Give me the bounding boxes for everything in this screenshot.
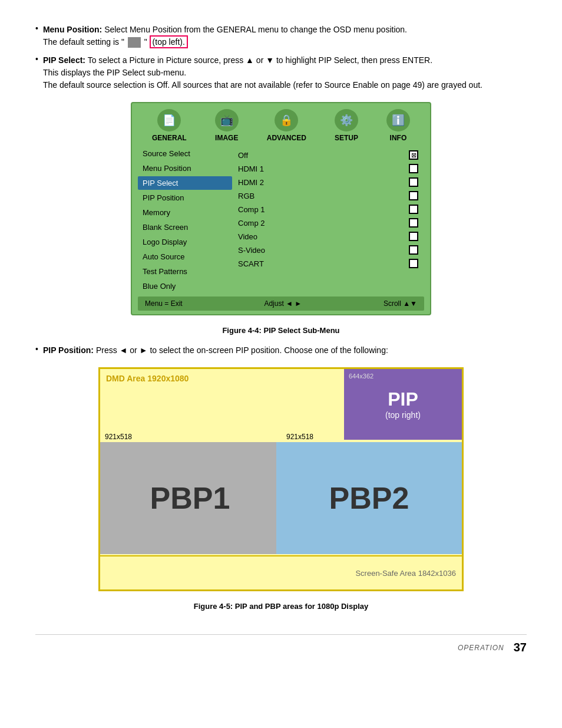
osd-tab-setup-label: SETUP	[335, 134, 358, 142]
pbp1-dim-left: 921x518	[105, 433, 132, 441]
osd-item-blue-only: Blue Only	[138, 279, 232, 293]
menu-position-bullet: • Menu Position: Select Menu Position fr…	[35, 24, 527, 48]
operation-label: OPERATION	[458, 644, 504, 652]
osd-checkbox-rgb	[409, 191, 418, 200]
osd-footer: Menu = Exit Adjust ◄ ► Scroll ▲▼	[138, 297, 424, 311]
menu-position-label: Menu Position:	[43, 25, 102, 34]
osd-tab-general-label: GENERAL	[152, 134, 187, 142]
bullet-dot-2: •	[35, 54, 38, 91]
osd-tab-info-label: INFO	[390, 134, 407, 142]
menu-icon-placeholder	[128, 37, 141, 48]
osd-checkbox-hdmi2	[409, 177, 418, 187]
osd-sub-hdmi2: HDMI 2	[238, 176, 418, 188]
figure-caption-1: Figure 4-4: PIP Select Sub-Menu	[35, 326, 527, 335]
bullet-dot-3: •	[35, 344, 38, 357]
menu-position-default-text: The default setting is "	[43, 37, 124, 47]
osd-item-memory: Memory	[138, 206, 232, 219]
osd-checkbox-svideo	[409, 245, 418, 255]
osd-submenu: Off ⊠ HDMI 1 HDMI 2 RGB Comp 1 Comp 2	[232, 147, 424, 293]
osd-item-pip-select: PIP Select	[138, 176, 232, 190]
osd-item-source-select: Source Select	[138, 147, 232, 160]
osd-checkbox-comp2	[409, 218, 418, 228]
osd-tabs: 📄 GENERAL 📺 IMAGE 🔒 ADVANCED ⚙️ SETUP ℹ️…	[138, 109, 424, 142]
osd-tab-image: 📺 IMAGE	[215, 109, 239, 142]
osd-sub-hdmi1: HDMI 1	[238, 163, 418, 174]
osd-footer-center: Adjust ◄ ►	[264, 299, 302, 308]
pip-safe-area: Screen-Safe Area 1842x1036	[100, 555, 462, 589]
pip-top-right-box: 644x362 PIP (top right)	[344, 369, 462, 440]
pip-select-line2: This displays the PIP Select sub-menu.	[43, 68, 186, 77]
osd-sub-svideo-label: S-Video	[238, 246, 265, 255]
pbp1-label: PBP1	[150, 480, 230, 516]
pip-text: PIP	[388, 389, 418, 410]
pip-select-label: PIP Select:	[43, 55, 85, 65]
osd-sub-rgb: RGB	[238, 190, 418, 202]
bullet-dot-1: •	[35, 24, 38, 48]
osd-menu-left: Source Select Menu Position PIP Select P…	[138, 147, 232, 293]
osd-item-blank-screen: Blank Screen	[138, 220, 232, 234]
osd-tab-info: ℹ️ INFO	[386, 109, 410, 142]
osd-body: Source Select Menu Position PIP Select P…	[138, 147, 424, 293]
osd-item-test-patterns: Test Patterns	[138, 265, 232, 278]
advanced-icon: 🔒	[275, 109, 298, 131]
osd-sub-comp2-label: Comp 2	[238, 219, 265, 228]
osd-footer-left: Menu = Exit	[145, 299, 183, 308]
osd-sub-scart-label: SCART	[238, 259, 264, 268]
osd-sub-hdmi2-label: HDMI 2	[238, 178, 264, 187]
pip-position-label: PIP Position:	[43, 345, 94, 355]
osd-checkbox-hdmi1	[409, 164, 418, 173]
osd-sub-off-label: Off	[238, 151, 248, 160]
pip-position-content: PIP Position: Press ◄ or ► to select the…	[43, 344, 527, 357]
osd-checkbox-comp1	[409, 205, 418, 214]
pip-safe-label: Screen-Safe Area 1842x1036	[355, 569, 456, 578]
pip-position-text: Press ◄ or ► to select the on-screen PIP…	[96, 345, 388, 355]
figure-caption-2: Figure 4-5: PIP and PBP areas for 1080p …	[35, 602, 527, 611]
dmd-area-label: DMD Area 1920x1080	[106, 374, 189, 383]
page-number: 37	[514, 641, 527, 654]
osd-tab-advanced: 🔒 ADVANCED	[267, 109, 306, 142]
menu-position-highlight: " (top left).	[144, 35, 188, 48]
menu-position-section: • Menu Position: Select Menu Position fr…	[35, 24, 527, 91]
osd-tab-advanced-label: ADVANCED	[267, 134, 306, 142]
menu-position-content: Menu Position: Select Menu Position from…	[43, 24, 527, 48]
osd-sub-scart: SCART	[238, 258, 418, 269]
osd-sub-comp1: Comp 1	[238, 203, 418, 215]
osd-tab-image-label: IMAGE	[215, 134, 238, 142]
osd-checkbox-video	[409, 232, 418, 241]
osd-item-auto-source: Auto Source	[138, 250, 232, 263]
pip-sub-text: (top right)	[385, 410, 421, 420]
pbp2-label: PBP2	[329, 480, 409, 516]
info-icon: ℹ️	[386, 109, 410, 131]
menu-position-text: Select Menu Position from the GENERAL me…	[104, 25, 407, 34]
top-left-highlight: (top left).	[150, 35, 188, 48]
osd-sub-comp2: Comp 2	[238, 217, 418, 229]
osd-tab-general: 📄 GENERAL	[152, 109, 187, 142]
osd-sub-video-label: Video	[238, 232, 257, 241]
osd-checkbox-scart	[409, 259, 418, 268]
pip-select-content: PIP Select: To select a Picture in Pictu…	[43, 54, 527, 91]
osd-menu-diagram: 📄 GENERAL 📺 IMAGE 🔒 ADVANCED ⚙️ SETUP ℹ️…	[131, 102, 431, 315]
osd-footer-right: Scroll ▲▼	[384, 299, 417, 308]
pip-select-line3: The default source selection is Off. All…	[43, 80, 482, 90]
pip-diagram: DMD Area 1920x1080 644x362 PIP (top righ…	[98, 367, 464, 591]
pbp1-dim-right: 921x518	[286, 433, 313, 441]
osd-item-menu-position: Menu Position	[138, 162, 232, 175]
pip-position-bullet: • PIP Position: Press ◄ or ► to select t…	[35, 344, 527, 357]
osd-sub-rgb-label: RGB	[238, 192, 254, 200]
osd-sub-off: Off ⊠	[238, 149, 418, 161]
image-icon: 📺	[215, 109, 239, 131]
pip-select-line1: To select a Picture in Picture source, p…	[88, 55, 432, 65]
osd-item-logo-display: Logo Display	[138, 235, 232, 249]
osd-checkbox-off: ⊠	[409, 150, 418, 160]
setup-icon: ⚙️	[335, 109, 358, 131]
pip-select-bullet: • PIP Select: To select a Picture in Pic…	[35, 54, 527, 91]
osd-tab-setup: ⚙️ SETUP	[335, 109, 358, 142]
page-footer: OPERATION 37	[35, 634, 527, 654]
osd-sub-svideo: S-Video	[238, 244, 418, 256]
pbp2-box: PBP2	[276, 442, 462, 554]
osd-sub-hdmi1-label: HDMI 1	[238, 164, 264, 173]
osd-sub-comp1-label: Comp 1	[238, 205, 265, 214]
pip-dim-label: 644x362	[349, 373, 373, 380]
general-icon: 📄	[157, 109, 181, 131]
pbp1-box: PBP1	[100, 442, 280, 554]
